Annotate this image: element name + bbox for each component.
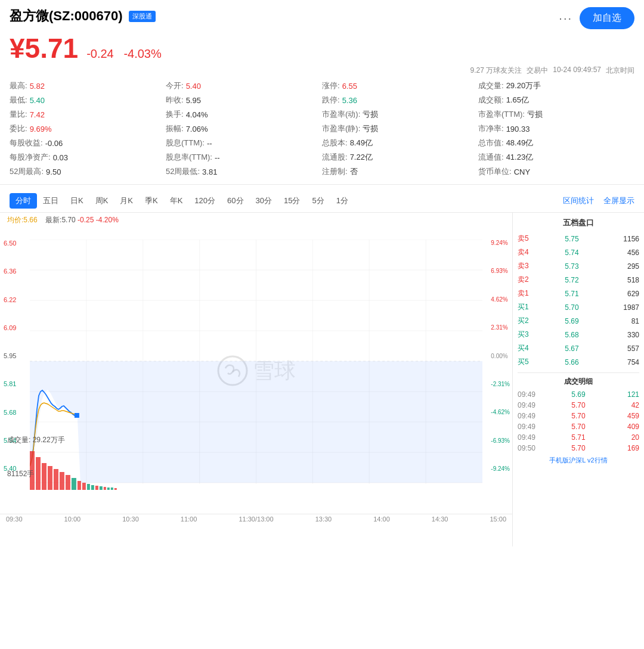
sell-qty: 1156 <box>609 235 639 243</box>
chart-tab-1分[interactable]: 1分 <box>330 193 354 209</box>
stat-value: 9.50 <box>46 167 61 176</box>
chart-tab-5分[interactable]: 5分 <box>306 193 330 209</box>
stat-label: 成交量: <box>478 80 504 91</box>
price-level-609: 6.09 <box>4 324 16 331</box>
chart-tab-link-区间统计[interactable]: 区间统计 <box>563 195 594 206</box>
chart-tab-link-全屏显示[interactable]: 全屏显示 <box>603 195 634 206</box>
trade-time: 09:49 <box>518 412 539 420</box>
stat-value: 5.40 <box>186 82 201 91</box>
stock-title: 盈方微(SZ:000670) <box>10 7 123 25</box>
buy-qty: 557 <box>609 344 639 353</box>
main-price: ¥5.71 <box>10 32 78 64</box>
trade-qty: 20 <box>618 433 639 442</box>
trade-time: 09:49 <box>518 390 539 399</box>
trade-row-5: 09:50 5.70 169 <box>518 443 639 454</box>
trade-price: 5.70 <box>568 401 589 409</box>
buy-row-4: 买4 5.67 557 <box>518 341 639 355</box>
stat-item: 市盈率(动):亏损 <box>322 109 478 120</box>
stat-label: 最低: <box>10 95 27 105</box>
sell-row-3: 卖3 5.73 295 <box>518 259 639 273</box>
stat-value: -- <box>207 139 212 148</box>
stat-item: 52周最高:9.50 <box>10 166 166 177</box>
time-930: 09:30 <box>6 516 23 523</box>
buy-row-5: 买5 5.66 754 <box>518 355 639 369</box>
stat-value: 9.69% <box>30 125 52 133</box>
stat-value: -- <box>215 153 220 162</box>
svg-rect-28 <box>91 485 94 490</box>
sell-price: 5.75 <box>534 235 609 243</box>
add-watchlist-button[interactable]: 加自选 <box>580 7 634 29</box>
chart-tab-60分[interactable]: 60分 <box>221 193 249 209</box>
chart-tab-120分[interactable]: 120分 <box>188 193 221 209</box>
stat-label: 流通股: <box>322 152 348 163</box>
orderbook-title: 五档盘口 <box>518 215 639 228</box>
sell-label: 卖2 <box>518 275 534 285</box>
stat-label: 市盈率(静): <box>322 123 360 134</box>
sell-label: 卖1 <box>518 288 534 299</box>
buy-label: 买5 <box>518 357 534 367</box>
stat-item: 股息(TTM):-- <box>166 138 322 148</box>
chart-tab-分时[interactable]: 分时 <box>10 193 37 209</box>
trade-row-0: 09:49 5.69 121 <box>518 389 639 400</box>
stat-label: 今开: <box>166 80 184 91</box>
stat-label: 量比: <box>10 109 27 120</box>
price-level-636: 6.36 <box>4 268 16 275</box>
more-button[interactable]: ··· <box>559 11 572 25</box>
chart-tab-日K[interactable]: 日K <box>64 193 89 209</box>
volume-label: 成交量: 29.22万手 <box>7 435 65 445</box>
stat-value: 41.23亿 <box>506 152 534 163</box>
chart-tab-周K[interactable]: 周K <box>89 193 114 209</box>
stat-item: 流通股:7.22亿 <box>322 152 478 163</box>
chart-tab-30分[interactable]: 30分 <box>250 193 278 209</box>
chart-tab-五日[interactable]: 五日 <box>37 193 64 209</box>
stat-label: 委比: <box>10 123 27 134</box>
buy-price: 5.67 <box>534 344 609 353</box>
stat-value: 4.04% <box>186 110 208 119</box>
buy-qty: 81 <box>609 317 639 325</box>
stat-label: 跌停: <box>322 95 340 105</box>
sell-qty: 629 <box>609 290 639 298</box>
price-marker <box>75 413 79 418</box>
stat-item: 每股收益:-0.06 <box>10 138 166 148</box>
shentong-tag: 深股通 <box>129 11 156 22</box>
chart-area: 均价:5.66 最新:5.70 -0.25 -4.20% 6.50 6.36 6… <box>0 213 513 546</box>
pct-axis: 9.24% 6.93% 4.62% 2.31% 0.00% -2.31% -4.… <box>491 240 512 472</box>
svg-rect-24 <box>72 478 76 490</box>
sell-price: 5.71 <box>534 290 609 298</box>
buy-label: 买2 <box>518 316 534 326</box>
chart-tab-年K[interactable]: 年K <box>164 193 189 209</box>
volume-chart <box>30 448 482 490</box>
price-level-568: 5.68 <box>4 409 16 416</box>
l2-link[interactable]: 手机版沪深L v2行情 <box>518 456 639 465</box>
chart-tab-月K[interactable]: 月K <box>114 193 139 209</box>
stat-value: 190.33 <box>506 125 530 133</box>
stat-label: 52周最低: <box>166 166 200 177</box>
stat-item: 注册制:否 <box>322 166 478 177</box>
chart-tab-季K[interactable]: 季K <box>139 193 164 209</box>
buy-row-3: 买3 5.68 330 <box>518 328 639 341</box>
stat-label: 市盈率(TTM): <box>478 109 525 120</box>
sell-qty: 518 <box>609 276 639 284</box>
trade-price: 5.69 <box>568 390 589 399</box>
price-line-chart <box>30 240 482 484</box>
stat-value: 48.49亿 <box>506 138 534 148</box>
stat-value: CNY <box>514 167 530 176</box>
buy-row-2: 买2 5.69 81 <box>518 314 639 328</box>
svg-rect-23 <box>66 475 70 490</box>
svg-rect-18 <box>36 457 41 490</box>
latest-value: 5.70 <box>61 216 75 224</box>
trading-status: 交易中 <box>527 66 548 76</box>
stat-label: 涨停: <box>322 80 340 91</box>
trade-row-2: 09:49 5.70 459 <box>518 411 639 421</box>
chart-tab-15分[interactable]: 15分 <box>278 193 306 209</box>
avg-value: 5.66 <box>23 216 37 224</box>
time-1500: 15:00 <box>490 516 506 523</box>
time-axis: 09:30 10:00 10:30 11:00 11:30/13:00 13:3… <box>0 514 512 524</box>
volume-label2: 81152手 <box>7 469 34 479</box>
price-level-595: 5.95 <box>4 352 16 359</box>
stat-label: 每股收益: <box>10 138 43 148</box>
buy-label: 买3 <box>518 330 534 340</box>
time-1000: 10:00 <box>64 516 81 523</box>
buy-label: 买4 <box>518 343 534 353</box>
stat-item: 量比:7.42 <box>10 109 166 120</box>
